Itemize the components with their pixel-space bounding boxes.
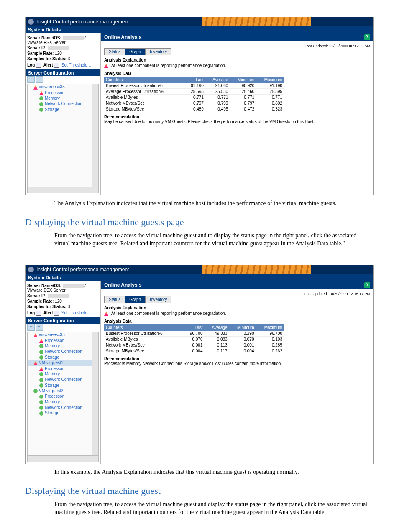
scrollbar-horizontal[interactable] (28, 455, 98, 462)
analysis-explanation-label: Analysis Explanation (104, 306, 370, 310)
system-details-header: System Details (26, 274, 373, 281)
set-threshold-link[interactable]: Set Threshold... (61, 63, 91, 67)
set-threshold-link[interactable]: Set Threshold... (61, 311, 91, 315)
tree-item-label: VM virquest2 (39, 388, 63, 393)
tree-item[interactable]: VM virquest2 (28, 388, 98, 393)
help-icon[interactable]: ? (364, 34, 370, 40)
log-checkbox[interactable] (36, 63, 41, 68)
alert-checkbox[interactable] (54, 63, 59, 68)
tree-item-label: Network Connection (45, 377, 82, 382)
tab-inventory[interactable]: Inventory (145, 48, 171, 55)
tree-item[interactable]: VM virquest1 (28, 360, 98, 365)
counter-name: Available MBytes (104, 337, 183, 342)
tree-item-label: Memory (45, 372, 60, 376)
redacted-server-ip (48, 294, 69, 298)
ok-icon (39, 102, 43, 106)
recommendation-text: Processors Memory Network Connections St… (104, 361, 370, 366)
counter-name: Network MBytes/Sec (104, 100, 184, 106)
nav-tree[interactable]: vmwareesx35ProcessorMemoryNetwork Connec… (27, 84, 99, 193)
tree-item-label: Processor (45, 90, 64, 95)
log-checkbox[interactable] (36, 311, 41, 316)
ok-icon (39, 355, 43, 360)
tree-item[interactable]: Storage (28, 107, 98, 112)
tree-item-label: Memory (45, 344, 60, 348)
scrollbar-vertical[interactable] (92, 84, 98, 187)
tree-item-label: Processor (45, 366, 64, 371)
counter-value: 0.004 (229, 348, 256, 354)
counter-value: 25.595 (184, 89, 205, 95)
tab-row: Status Graph Inventory (104, 48, 370, 55)
samples-status-value: 3 (68, 304, 70, 309)
tree-item-label: vmwareesx35 (39, 332, 65, 337)
tree-item[interactable]: Memory (28, 399, 98, 405)
tab-inventory[interactable]: Inventory (145, 296, 171, 303)
counter-value: 0.797 (230, 100, 256, 106)
expand-all-button[interactable]: + (27, 324, 35, 331)
decor-blue (311, 265, 373, 274)
tree-item[interactable]: Processor (28, 90, 98, 95)
tree-item[interactable]: Storage (28, 355, 98, 360)
tab-status[interactable]: Status (104, 48, 125, 55)
tree-item[interactable]: Storage (28, 410, 98, 416)
collapse-all-button[interactable]: − (36, 76, 43, 83)
heading-guests-page: Displaying the virtual machine guests pa… (25, 217, 374, 228)
tree-item[interactable]: Processor (28, 338, 98, 343)
warning-icon (104, 311, 108, 316)
para-after-shot2: In this example, the Analysis Explanatio… (54, 468, 370, 476)
counter-value: 0.495 (205, 106, 230, 112)
analysis-data-table: CountersLastAverageMinimumMaximumBusiest… (104, 324, 284, 354)
nav-tree[interactable]: vmwareesx35ProcessorMemoryNetwork Connec… (27, 332, 99, 462)
tab-graph[interactable]: Graph (125, 48, 146, 55)
tree-item[interactable]: Memory (28, 371, 98, 377)
tree-item[interactable]: vmwareesx35 (28, 332, 98, 337)
para-guests-page: From the navigation tree, to access the … (54, 232, 370, 248)
ok-icon (39, 344, 43, 348)
col-header: Counters (104, 324, 183, 331)
tree-item[interactable]: vmwareesx35 (28, 84, 98, 90)
tree-item[interactable]: Memory (28, 95, 98, 101)
tree-item[interactable]: Processor (28, 366, 98, 371)
warning-icon (33, 361, 38, 365)
tab-graph[interactable]: Graph (125, 296, 146, 303)
counter-value: 0.472 (230, 106, 256, 112)
counter-name: Available MBytes (104, 95, 184, 100)
col-header: Minimum (229, 324, 256, 331)
table-row: Network MBytes/Sec0.0010.1130.0010.285 (104, 342, 284, 348)
samples-status-label: Samples for Status: (27, 304, 66, 309)
tree-item[interactable]: Processor (28, 393, 98, 399)
redacted-server-name (63, 36, 84, 40)
scrollbar-horizontal[interactable] (28, 187, 98, 193)
samples-status-label: Samples for Status: (27, 57, 66, 61)
tree-item[interactable]: Network Connection (28, 349, 98, 354)
tree-item[interactable]: Network Connection (28, 377, 98, 382)
counter-value: 0.523 (256, 106, 284, 112)
tab-status[interactable]: Status (104, 296, 125, 303)
ok-icon (39, 350, 43, 354)
help-icon[interactable]: ? (364, 282, 370, 288)
counter-value: 25.530 (205, 89, 230, 95)
counter-value: 0.771 (205, 95, 230, 100)
ok-icon (39, 411, 43, 416)
alert-checkbox[interactable] (54, 311, 59, 316)
tree-item[interactable]: Network Connection (28, 101, 98, 106)
tree-item[interactable]: Memory (28, 343, 98, 349)
tree-item[interactable]: Storage (28, 383, 98, 388)
tree-item[interactable]: Network Connection (28, 405, 98, 410)
alert-label: Alert (43, 311, 53, 315)
counter-value: 0.489 (184, 106, 205, 112)
redacted-server-name (63, 284, 84, 288)
right-pane: Online Analysis ? Last Updated: 10/29/20… (101, 281, 373, 464)
analysis-data-label: Analysis Data (104, 71, 370, 76)
ok-icon (39, 96, 43, 100)
counter-value: 0.113 (204, 342, 229, 348)
ok-icon (39, 400, 43, 404)
scrollbar-vertical[interactable] (92, 332, 98, 456)
expand-all-button[interactable]: + (27, 76, 35, 83)
server-name-os-label: Server Name/OS: (27, 36, 61, 40)
tree-item-label: Storage (45, 355, 59, 360)
table-row: Storage MBytes/Sec0.0040.1170.0040.262 (104, 348, 284, 354)
left-pane: Server Name/OS: / VMware ESX Server Serv… (26, 281, 101, 464)
ok-icon (39, 395, 43, 399)
counter-name: Storage MBytes/Sec (104, 106, 184, 112)
collapse-all-button[interactable]: − (36, 324, 43, 331)
